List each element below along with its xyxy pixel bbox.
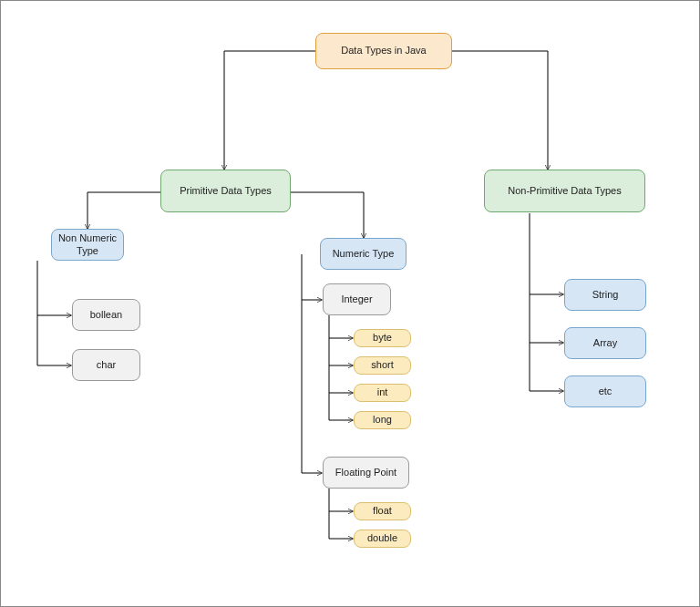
node-long: long bbox=[354, 411, 411, 429]
node-char: char bbox=[72, 349, 140, 381]
node-nonnumeric: Non Numeric Type bbox=[51, 229, 124, 261]
node-root: Data Types in Java bbox=[315, 33, 452, 69]
node-float: float bbox=[354, 502, 411, 520]
node-nonprimitive: Non-Primitive Data Types bbox=[484, 170, 645, 212]
node-int: int bbox=[354, 384, 411, 402]
node-double: double bbox=[354, 530, 411, 548]
node-primitive: Primitive Data Types bbox=[160, 170, 291, 212]
node-etc: etc bbox=[564, 376, 646, 407]
node-array: Array bbox=[564, 327, 646, 359]
node-floating: Floating Point bbox=[323, 457, 409, 489]
node-byte: byte bbox=[354, 329, 411, 347]
node-string: String bbox=[564, 279, 646, 311]
diagram-canvas: Data Types in Java Primitive Data Types … bbox=[0, 0, 700, 607]
node-integer: Integer bbox=[323, 283, 391, 315]
node-boolean: bollean bbox=[72, 299, 140, 331]
node-numeric: Numeric Type bbox=[320, 238, 407, 270]
node-short: short bbox=[354, 356, 411, 375]
